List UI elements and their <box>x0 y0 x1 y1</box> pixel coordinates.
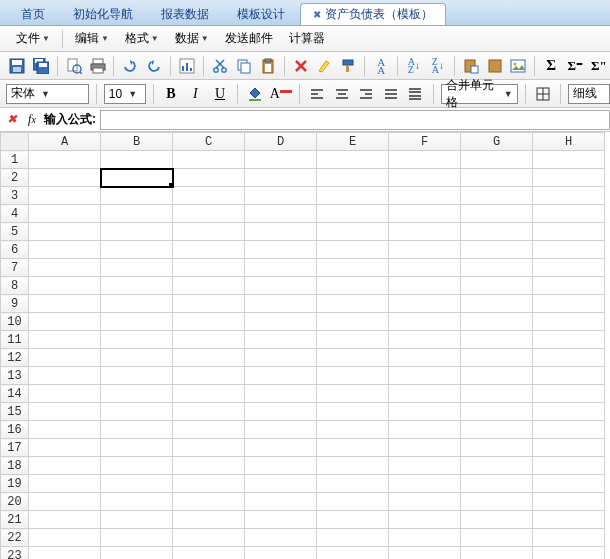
row-header[interactable]: 21 <box>1 511 29 529</box>
cell[interactable] <box>389 223 461 241</box>
cell[interactable] <box>101 403 173 421</box>
sum-icon[interactable]: Σ <box>540 55 562 77</box>
cell[interactable] <box>173 457 245 475</box>
cell[interactable] <box>245 277 317 295</box>
cell[interactable] <box>29 205 101 223</box>
cell[interactable] <box>173 241 245 259</box>
cell[interactable] <box>245 205 317 223</box>
cell[interactable] <box>317 259 389 277</box>
cell[interactable] <box>461 529 533 547</box>
bold-button[interactable]: B <box>161 83 182 105</box>
cell[interactable] <box>101 475 173 493</box>
align-left-button[interactable] <box>307 83 328 105</box>
cell[interactable] <box>173 169 245 187</box>
cell[interactable] <box>29 403 101 421</box>
cell[interactable] <box>245 241 317 259</box>
cell[interactable] <box>173 475 245 493</box>
cell[interactable] <box>389 349 461 367</box>
cell[interactable] <box>533 529 605 547</box>
close-icon[interactable]: ✖ <box>313 9 321 20</box>
col-header[interactable]: D <box>245 133 317 151</box>
copy-icon[interactable] <box>233 55 255 77</box>
cell[interactable] <box>101 457 173 475</box>
font-family-select[interactable]: 宋体▼ <box>6 84 89 104</box>
cell[interactable] <box>173 187 245 205</box>
row-header[interactable]: 9 <box>1 295 29 313</box>
cell[interactable] <box>29 547 101 560</box>
menu-data[interactable]: 数据▼ <box>167 27 217 50</box>
save-icon[interactable] <box>6 55 28 77</box>
cell[interactable] <box>29 313 101 331</box>
cell[interactable] <box>389 295 461 313</box>
background-icon[interactable] <box>484 55 506 77</box>
cell[interactable] <box>317 349 389 367</box>
row-header[interactable]: 13 <box>1 367 29 385</box>
row-header[interactable]: 18 <box>1 457 29 475</box>
cell[interactable] <box>245 313 317 331</box>
cell[interactable] <box>533 403 605 421</box>
row-header[interactable]: 2 <box>1 169 29 187</box>
cell[interactable] <box>101 205 173 223</box>
cell[interactable] <box>101 331 173 349</box>
cell[interactable] <box>461 403 533 421</box>
cell[interactable] <box>461 493 533 511</box>
tab-home[interactable]: 首页 <box>8 3 58 25</box>
fx-icon[interactable]: fx <box>24 112 40 128</box>
cell[interactable] <box>101 151 173 169</box>
col-header[interactable]: B <box>101 133 173 151</box>
col-header[interactable]: A <box>29 133 101 151</box>
row-header[interactable]: 12 <box>1 349 29 367</box>
font-color-button[interactable]: A <box>270 83 292 105</box>
cell[interactable] <box>317 511 389 529</box>
cell[interactable] <box>317 421 389 439</box>
cell[interactable] <box>533 349 605 367</box>
cell[interactable] <box>173 331 245 349</box>
image-icon[interactable] <box>507 55 529 77</box>
cell[interactable] <box>461 547 533 560</box>
cell[interactable] <box>245 223 317 241</box>
cell[interactable] <box>173 277 245 295</box>
col-header[interactable]: H <box>533 133 605 151</box>
align-distribute-button[interactable] <box>405 83 426 105</box>
cancel-formula-icon[interactable]: ✖ <box>4 112 20 128</box>
cell[interactable] <box>317 367 389 385</box>
cell[interactable] <box>173 367 245 385</box>
cell[interactable] <box>29 475 101 493</box>
cell[interactable] <box>101 223 173 241</box>
cell[interactable] <box>101 511 173 529</box>
cell[interactable] <box>389 151 461 169</box>
tab-balance-sheet[interactable]: ✖ 资产负债表（模板） <box>300 3 446 25</box>
cell[interactable] <box>173 313 245 331</box>
align-justify-button[interactable] <box>380 83 401 105</box>
font-size-select[interactable]: 10▼ <box>104 84 146 104</box>
cell[interactable] <box>461 511 533 529</box>
delete-icon[interactable] <box>290 55 312 77</box>
cell[interactable] <box>389 367 461 385</box>
row-header[interactable]: 11 <box>1 331 29 349</box>
row-header[interactable]: 4 <box>1 205 29 223</box>
col-header[interactable]: G <box>461 133 533 151</box>
cell[interactable] <box>245 439 317 457</box>
cell[interactable] <box>317 223 389 241</box>
cell[interactable] <box>389 169 461 187</box>
cell[interactable] <box>533 295 605 313</box>
cell[interactable] <box>461 331 533 349</box>
undo-icon[interactable] <box>119 55 141 77</box>
row-header[interactable]: 19 <box>1 475 29 493</box>
col-header[interactable]: F <box>389 133 461 151</box>
cell[interactable] <box>461 169 533 187</box>
redo-icon[interactable] <box>143 55 165 77</box>
borders-button[interactable] <box>533 83 554 105</box>
sum-row-icon[interactable]: Σ⁼ <box>564 55 586 77</box>
cell[interactable] <box>245 421 317 439</box>
align-right-button[interactable] <box>356 83 377 105</box>
row-header[interactable]: 6 <box>1 241 29 259</box>
cell[interactable] <box>245 349 317 367</box>
cell[interactable] <box>317 385 389 403</box>
cell[interactable] <box>101 295 173 313</box>
cell[interactable] <box>101 169 173 187</box>
cell[interactable] <box>533 439 605 457</box>
row-header[interactable]: 15 <box>1 403 29 421</box>
cell[interactable] <box>533 331 605 349</box>
paste-special-icon[interactable] <box>460 55 482 77</box>
